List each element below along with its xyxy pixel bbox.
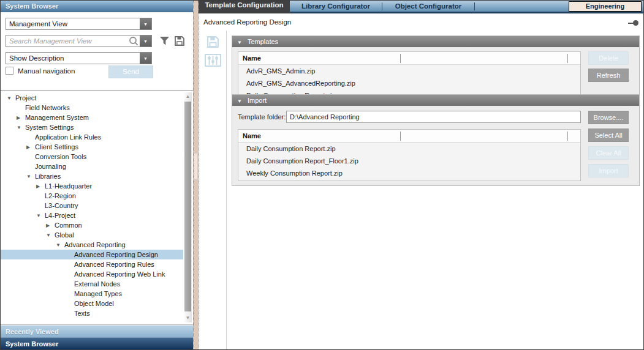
tree-item-label: L1-Headquarter [45, 182, 92, 190]
column-divider[interactable] [400, 54, 401, 63]
import-file-name: Daily Consumption Report.zip [246, 145, 336, 152]
tree-item[interactable]: Global [1, 230, 183, 240]
tree-item[interactable]: Advanced Reporting [1, 240, 183, 250]
send-button[interactable]: Send [108, 65, 153, 78]
delete-button[interactable]: Delete [588, 51, 629, 65]
tree-expander-icon[interactable] [17, 125, 25, 130]
tree-item[interactable]: Project [1, 93, 183, 103]
filter-icon[interactable] [159, 35, 171, 47]
tree-item-label: L2-Region [45, 192, 76, 199]
tree-expander-icon[interactable] [46, 233, 55, 238]
search-icon[interactable] [127, 36, 140, 46]
import-section-header[interactable]: ▼Import [232, 95, 639, 106]
chevron-down-icon[interactable]: ▼ [140, 53, 151, 64]
import-table-header[interactable]: Name [238, 130, 580, 143]
tree-item[interactable]: Libraries [1, 171, 183, 181]
save-icon[interactable] [174, 35, 186, 47]
manual-navigation-checkbox[interactable] [6, 67, 13, 75]
tree-expander-icon[interactable] [36, 213, 45, 218]
tree-item[interactable]: Managed Types [1, 289, 183, 299]
column-divider[interactable] [567, 54, 568, 63]
tree-expander-icon[interactable] [26, 144, 35, 150]
tree-scrollbar[interactable]: ▲ ▼ [184, 92, 192, 322]
name-column-header[interactable]: Name [238, 132, 261, 140]
tree-item[interactable]: L1-Headquarter [1, 181, 183, 191]
name-column-header[interactable]: Name [238, 54, 261, 62]
splitter-grip[interactable] [194, 154, 197, 179]
table-row[interactable]: Daily Consumption Report_Floor1.zip [238, 155, 580, 167]
import-table: Name Daily Consumption Report.zip Daily … [238, 129, 581, 181]
table-row[interactable]: AdvR_GMS_Admin.zip [238, 65, 580, 77]
recently-viewed-bar[interactable]: Recently Viewed [1, 325, 193, 337]
tree-item[interactable]: Common [1, 220, 183, 230]
tree-item-label: Journaling [35, 163, 66, 170]
tree-expander-icon[interactable] [36, 184, 45, 189]
select-all-button[interactable]: Select All [588, 128, 629, 142]
browse-button[interactable]: Browse.... [588, 111, 629, 124]
tree-item[interactable]: Application Link Rules [1, 132, 183, 142]
tree-item[interactable]: Advanced Reporting Web Link [1, 269, 183, 279]
refresh-button[interactable]: Refresh [588, 69, 629, 82]
column-divider[interactable] [400, 132, 401, 141]
tree-item[interactable]: Management System [1, 113, 183, 122]
scrollbar-thumb[interactable] [184, 102, 191, 311]
collapse-icon[interactable]: ▼ [237, 40, 242, 45]
tree-expander-icon[interactable] [46, 223, 55, 228]
tree-item-label: Object Model [74, 300, 114, 307]
tree-expander-icon[interactable] [56, 242, 64, 248]
tree-item[interactable]: Advanced Reporting Design [1, 250, 183, 259]
tree-item[interactable]: L4-Project [1, 210, 183, 220]
tree-item[interactable]: Journaling [1, 162, 183, 171]
clear-all-button[interactable]: Clear All [588, 146, 629, 160]
table-row[interactable]: AdvR_GMS_AdvancedReporting.zip [238, 77, 580, 89]
table-row[interactable]: Daily Consumption Report.zip [238, 143, 580, 155]
collapse-icon[interactable]: ▼ [237, 99, 242, 104]
tree-expander-icon[interactable] [7, 95, 15, 101]
engineering-mode-button[interactable]: Engineering [569, 1, 642, 12]
column-divider[interactable] [567, 132, 568, 141]
tree-expander-icon[interactable] [17, 115, 25, 121]
description-selector[interactable]: Show Description ▼ [6, 52, 152, 64]
view-selector[interactable]: Management View ▼ [6, 18, 152, 30]
tab-template-configuration[interactable]: Template Configuration [199, 0, 290, 13]
tree-item-label: Field Networks [25, 104, 70, 111]
tree-item[interactable]: L3-Country [1, 201, 183, 210]
scroll-down-icon[interactable]: ▼ [184, 315, 192, 322]
panel-splitter[interactable] [193, 1, 199, 349]
import-button[interactable]: Import [588, 164, 629, 177]
settings-sliders-icon[interactable] [205, 54, 221, 69]
save-icon[interactable] [206, 35, 219, 51]
import-table-body: Daily Consumption Report.zip Daily Consu… [238, 143, 580, 179]
tree-item-label: Global [55, 231, 74, 239]
tree-item[interactable]: System Settings [1, 122, 183, 132]
tree-item-label: Libraries [35, 173, 61, 180]
chevron-down-icon[interactable]: ▼ [140, 18, 151, 29]
pin-icon[interactable] [628, 20, 638, 26]
tree-item[interactable]: L2-Region [1, 191, 183, 201]
tree-item[interactable]: Object Model [1, 299, 183, 308]
search-chevron-down-icon[interactable]: ▼ [140, 35, 151, 47]
tree-item[interactable]: Texts [1, 308, 183, 318]
tree-item-label: Common [55, 222, 82, 229]
toolbar-strip [199, 31, 227, 349]
tree-item[interactable]: Field Networks [1, 103, 183, 113]
template-folder-input[interactable] [286, 111, 581, 123]
tree-item[interactable]: Conversion Tools [1, 152, 183, 162]
description-selector-value: Show Description [6, 54, 140, 62]
template-file-name: AdvR_GMS_Admin.zip [246, 67, 316, 75]
tab-object-configurator[interactable]: Object Configurator [382, 2, 474, 10]
templates-table-header[interactable]: Name [238, 52, 580, 65]
content-panel: Template Configuration Library Configura… [199, 1, 644, 349]
tree-expander-icon[interactable] [26, 174, 35, 179]
system-browser-bar[interactable]: System Browser [1, 337, 193, 349]
tree-item[interactable]: External Nodes [1, 279, 183, 289]
table-row[interactable]: Weekly Consumption Report.zip [238, 167, 580, 179]
tree-item-label: L4-Project [45, 212, 75, 219]
tree-item[interactable]: Advanced Reporting Rules [1, 259, 183, 269]
search-field[interactable]: ▼ [6, 35, 152, 47]
scroll-up-icon[interactable]: ▲ [184, 93, 192, 100]
templates-section-header[interactable]: ▼Templates [232, 36, 639, 47]
search-input[interactable] [6, 37, 127, 45]
tab-library-configurator[interactable]: Library Configurator [290, 2, 382, 10]
tree-item[interactable]: Client Settings [1, 142, 183, 152]
